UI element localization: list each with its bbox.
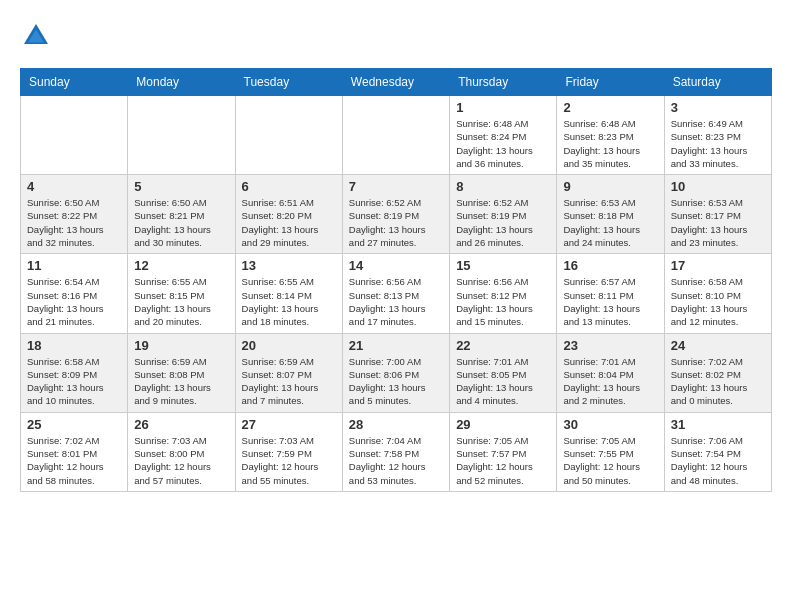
- day-info: Sunrise: 6:48 AM Sunset: 8:24 PM Dayligh…: [456, 117, 550, 170]
- logo: [20, 20, 56, 52]
- day-number: 1: [456, 100, 550, 115]
- calendar-cell: 28Sunrise: 7:04 AM Sunset: 7:58 PM Dayli…: [342, 412, 449, 491]
- day-number: 22: [456, 338, 550, 353]
- calendar-week-row: 11Sunrise: 6:54 AM Sunset: 8:16 PM Dayli…: [21, 254, 772, 333]
- calendar-table: SundayMondayTuesdayWednesdayThursdayFrid…: [20, 68, 772, 492]
- day-info: Sunrise: 6:52 AM Sunset: 8:19 PM Dayligh…: [456, 196, 550, 249]
- day-info: Sunrise: 7:04 AM Sunset: 7:58 PM Dayligh…: [349, 434, 443, 487]
- calendar-cell: [235, 96, 342, 175]
- day-info: Sunrise: 6:55 AM Sunset: 8:15 PM Dayligh…: [134, 275, 228, 328]
- calendar-cell: 3Sunrise: 6:49 AM Sunset: 8:23 PM Daylig…: [664, 96, 771, 175]
- day-info: Sunrise: 6:53 AM Sunset: 8:17 PM Dayligh…: [671, 196, 765, 249]
- calendar-header-wednesday: Wednesday: [342, 69, 449, 96]
- day-info: Sunrise: 7:01 AM Sunset: 8:05 PM Dayligh…: [456, 355, 550, 408]
- calendar-cell: 4Sunrise: 6:50 AM Sunset: 8:22 PM Daylig…: [21, 175, 128, 254]
- calendar-week-row: 18Sunrise: 6:58 AM Sunset: 8:09 PM Dayli…: [21, 333, 772, 412]
- logo-icon: [20, 20, 52, 52]
- day-number: 11: [27, 258, 121, 273]
- day-number: 12: [134, 258, 228, 273]
- day-info: Sunrise: 7:03 AM Sunset: 8:00 PM Dayligh…: [134, 434, 228, 487]
- day-info: Sunrise: 7:03 AM Sunset: 7:59 PM Dayligh…: [242, 434, 336, 487]
- calendar-cell: [21, 96, 128, 175]
- day-info: Sunrise: 7:01 AM Sunset: 8:04 PM Dayligh…: [563, 355, 657, 408]
- day-number: 14: [349, 258, 443, 273]
- calendar-cell: [128, 96, 235, 175]
- calendar-cell: 17Sunrise: 6:58 AM Sunset: 8:10 PM Dayli…: [664, 254, 771, 333]
- day-info: Sunrise: 6:59 AM Sunset: 8:07 PM Dayligh…: [242, 355, 336, 408]
- calendar-cell: 13Sunrise: 6:55 AM Sunset: 8:14 PM Dayli…: [235, 254, 342, 333]
- day-number: 16: [563, 258, 657, 273]
- day-number: 15: [456, 258, 550, 273]
- calendar-cell: 29Sunrise: 7:05 AM Sunset: 7:57 PM Dayli…: [450, 412, 557, 491]
- calendar-cell: 8Sunrise: 6:52 AM Sunset: 8:19 PM Daylig…: [450, 175, 557, 254]
- calendar-cell: 11Sunrise: 6:54 AM Sunset: 8:16 PM Dayli…: [21, 254, 128, 333]
- day-info: Sunrise: 6:48 AM Sunset: 8:23 PM Dayligh…: [563, 117, 657, 170]
- calendar-cell: 24Sunrise: 7:02 AM Sunset: 8:02 PM Dayli…: [664, 333, 771, 412]
- calendar-cell: 14Sunrise: 6:56 AM Sunset: 8:13 PM Dayli…: [342, 254, 449, 333]
- day-number: 27: [242, 417, 336, 432]
- day-info: Sunrise: 6:58 AM Sunset: 8:09 PM Dayligh…: [27, 355, 121, 408]
- day-number: 19: [134, 338, 228, 353]
- day-info: Sunrise: 6:57 AM Sunset: 8:11 PM Dayligh…: [563, 275, 657, 328]
- day-number: 31: [671, 417, 765, 432]
- calendar-cell: 1Sunrise: 6:48 AM Sunset: 8:24 PM Daylig…: [450, 96, 557, 175]
- calendar-cell: [342, 96, 449, 175]
- calendar-cell: 15Sunrise: 6:56 AM Sunset: 8:12 PM Dayli…: [450, 254, 557, 333]
- day-info: Sunrise: 6:54 AM Sunset: 8:16 PM Dayligh…: [27, 275, 121, 328]
- day-info: Sunrise: 7:02 AM Sunset: 8:01 PM Dayligh…: [27, 434, 121, 487]
- calendar-cell: 7Sunrise: 6:52 AM Sunset: 8:19 PM Daylig…: [342, 175, 449, 254]
- day-number: 25: [27, 417, 121, 432]
- day-number: 24: [671, 338, 765, 353]
- calendar-cell: 25Sunrise: 7:02 AM Sunset: 8:01 PM Dayli…: [21, 412, 128, 491]
- calendar-cell: 10Sunrise: 6:53 AM Sunset: 8:17 PM Dayli…: [664, 175, 771, 254]
- calendar-cell: 20Sunrise: 6:59 AM Sunset: 8:07 PM Dayli…: [235, 333, 342, 412]
- calendar-cell: 6Sunrise: 6:51 AM Sunset: 8:20 PM Daylig…: [235, 175, 342, 254]
- page-header: [20, 20, 772, 52]
- day-number: 18: [27, 338, 121, 353]
- calendar-cell: 19Sunrise: 6:59 AM Sunset: 8:08 PM Dayli…: [128, 333, 235, 412]
- day-info: Sunrise: 7:05 AM Sunset: 7:57 PM Dayligh…: [456, 434, 550, 487]
- calendar-cell: 21Sunrise: 7:00 AM Sunset: 8:06 PM Dayli…: [342, 333, 449, 412]
- calendar-week-row: 25Sunrise: 7:02 AM Sunset: 8:01 PM Dayli…: [21, 412, 772, 491]
- day-number: 30: [563, 417, 657, 432]
- calendar-cell: 27Sunrise: 7:03 AM Sunset: 7:59 PM Dayli…: [235, 412, 342, 491]
- day-info: Sunrise: 7:02 AM Sunset: 8:02 PM Dayligh…: [671, 355, 765, 408]
- calendar-cell: 30Sunrise: 7:05 AM Sunset: 7:55 PM Dayli…: [557, 412, 664, 491]
- calendar-header-monday: Monday: [128, 69, 235, 96]
- calendar-header-tuesday: Tuesday: [235, 69, 342, 96]
- calendar-cell: 5Sunrise: 6:50 AM Sunset: 8:21 PM Daylig…: [128, 175, 235, 254]
- day-info: Sunrise: 6:59 AM Sunset: 8:08 PM Dayligh…: [134, 355, 228, 408]
- calendar-header-friday: Friday: [557, 69, 664, 96]
- day-info: Sunrise: 6:51 AM Sunset: 8:20 PM Dayligh…: [242, 196, 336, 249]
- calendar-week-row: 1Sunrise: 6:48 AM Sunset: 8:24 PM Daylig…: [21, 96, 772, 175]
- calendar-header-row: SundayMondayTuesdayWednesdayThursdayFrid…: [21, 69, 772, 96]
- day-number: 3: [671, 100, 765, 115]
- day-number: 23: [563, 338, 657, 353]
- calendar-cell: 22Sunrise: 7:01 AM Sunset: 8:05 PM Dayli…: [450, 333, 557, 412]
- calendar-cell: 2Sunrise: 6:48 AM Sunset: 8:23 PM Daylig…: [557, 96, 664, 175]
- day-number: 7: [349, 179, 443, 194]
- day-info: Sunrise: 7:05 AM Sunset: 7:55 PM Dayligh…: [563, 434, 657, 487]
- calendar-cell: 18Sunrise: 6:58 AM Sunset: 8:09 PM Dayli…: [21, 333, 128, 412]
- calendar-week-row: 4Sunrise: 6:50 AM Sunset: 8:22 PM Daylig…: [21, 175, 772, 254]
- calendar-cell: 26Sunrise: 7:03 AM Sunset: 8:00 PM Dayli…: [128, 412, 235, 491]
- calendar-cell: 31Sunrise: 7:06 AM Sunset: 7:54 PM Dayli…: [664, 412, 771, 491]
- calendar-cell: 16Sunrise: 6:57 AM Sunset: 8:11 PM Dayli…: [557, 254, 664, 333]
- calendar-cell: 9Sunrise: 6:53 AM Sunset: 8:18 PM Daylig…: [557, 175, 664, 254]
- day-info: Sunrise: 6:58 AM Sunset: 8:10 PM Dayligh…: [671, 275, 765, 328]
- day-info: Sunrise: 6:50 AM Sunset: 8:21 PM Dayligh…: [134, 196, 228, 249]
- day-number: 10: [671, 179, 765, 194]
- calendar-header-saturday: Saturday: [664, 69, 771, 96]
- day-number: 4: [27, 179, 121, 194]
- day-number: 2: [563, 100, 657, 115]
- day-number: 28: [349, 417, 443, 432]
- day-number: 9: [563, 179, 657, 194]
- day-info: Sunrise: 6:52 AM Sunset: 8:19 PM Dayligh…: [349, 196, 443, 249]
- day-number: 8: [456, 179, 550, 194]
- calendar-header-thursday: Thursday: [450, 69, 557, 96]
- day-info: Sunrise: 6:50 AM Sunset: 8:22 PM Dayligh…: [27, 196, 121, 249]
- day-info: Sunrise: 6:56 AM Sunset: 8:12 PM Dayligh…: [456, 275, 550, 328]
- day-info: Sunrise: 7:00 AM Sunset: 8:06 PM Dayligh…: [349, 355, 443, 408]
- day-number: 17: [671, 258, 765, 273]
- day-info: Sunrise: 6:55 AM Sunset: 8:14 PM Dayligh…: [242, 275, 336, 328]
